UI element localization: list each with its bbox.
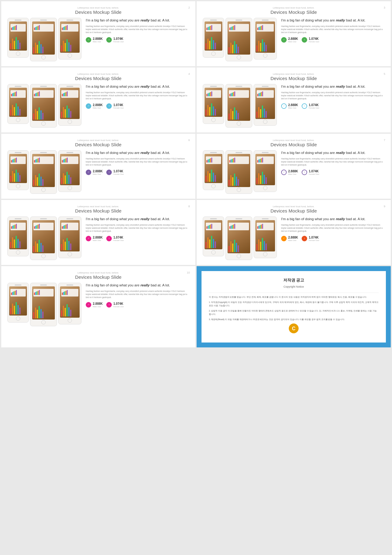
stat-female-info: 1.074K Female User bbox=[113, 302, 124, 308]
text-area: I'm a big fan of doing what you are real… bbox=[83, 84, 189, 109]
stats: ♂ 2.888K Male User ♀ 1.074K Female User bbox=[281, 236, 385, 241]
stat-male: ♂ 2.888K Male User bbox=[86, 37, 103, 43]
stat-male-info: 2.888K Male User bbox=[288, 236, 298, 241]
male-icon: ♂ bbox=[86, 302, 91, 308]
stat-male-value: 2.888K bbox=[93, 170, 103, 173]
stat-female-label: Female User bbox=[113, 173, 124, 175]
text-area: I'm a big fan of doing what you are real… bbox=[279, 84, 385, 109]
slide-content: I'm a big fan of doing what you are real… bbox=[203, 216, 385, 260]
copyright-para-2: 2. 상업적 이용 금지 이 파일을 통해 만들어진 어떠한 형태의 콘텐츠도 … bbox=[209, 309, 379, 316]
stat-male-value: 2.888K bbox=[93, 37, 103, 41]
male-icon: ♂ bbox=[281, 37, 287, 43]
stats: ♂ 2.888K Male User ♀ 1.074K Female User bbox=[281, 170, 385, 175]
text-area: I'm a big fan of doing what you are real… bbox=[83, 18, 189, 43]
stat-male: ♂ 2.888K Male User bbox=[86, 302, 103, 308]
slide-number: 8 bbox=[188, 205, 190, 208]
female-icon: ♀ bbox=[302, 103, 307, 109]
text-area: I'm a big fan of doing what you are real… bbox=[83, 283, 189, 308]
stat-female-value: 1.074K bbox=[113, 236, 124, 239]
female-icon: ♀ bbox=[106, 302, 112, 308]
male-icon: ♂ bbox=[86, 103, 91, 109]
stat-female-value: 1.074K bbox=[309, 103, 319, 107]
body-text: Hashtag fashion axe fingerstache, everyd… bbox=[86, 290, 189, 299]
body-text: Hashtag fashion axe fingerstache, everyd… bbox=[86, 224, 189, 232]
slide-meta: Letterpress next level trust fund, befor… bbox=[203, 7, 385, 9]
phone-group bbox=[7, 84, 81, 128]
stat-female-info: 1.074K Female User bbox=[113, 170, 124, 175]
female-icon: ♀ bbox=[106, 103, 112, 109]
body-text: Hashtag fashion axe fingerstache, everyd… bbox=[86, 25, 189, 34]
stat-male-info: 2.888K Male User bbox=[93, 302, 103, 308]
stat-male-label: Male User bbox=[93, 239, 103, 241]
slide-title: Devices Mockup Slide bbox=[7, 208, 189, 213]
stat-female: ♀ 1.074K Female User bbox=[106, 236, 124, 241]
slide-title: Devices Mockup Slide bbox=[203, 142, 385, 147]
slide-title: Devices Mockup Slide bbox=[203, 76, 385, 81]
stat-male-label: Male User bbox=[288, 173, 298, 175]
slide-4: 5 Letterpress next level trust fund, bef… bbox=[197, 67, 391, 132]
male-icon: ♂ bbox=[281, 236, 287, 241]
stat-female-value: 1.074K bbox=[309, 37, 319, 41]
body-text: Hashtag fashion axe fingerstache, everyd… bbox=[281, 157, 385, 166]
slide-number: 6 bbox=[188, 139, 190, 142]
stat-male-info: 2.888K Male User bbox=[93, 103, 103, 109]
slide-meta: Letterpress next level trust fund, befor… bbox=[7, 205, 189, 208]
slide-meta: Letterpress next level trust fund, befor… bbox=[203, 73, 385, 75]
text-area: I'm a big fan of doing what you are real… bbox=[83, 150, 189, 175]
copyright-para-0: 이 문서는 저작권법의 보호를 받습니다. 무단 전재, 복제, 배포를 금합니… bbox=[209, 295, 379, 299]
male-icon: ♂ bbox=[281, 103, 287, 109]
slide-number: 4 bbox=[188, 72, 190, 75]
stats: ♂ 2.888K Male User ♀ 1.074K Female User bbox=[86, 103, 189, 109]
phone-group bbox=[7, 216, 81, 260]
stat-male-value: 2.888K bbox=[93, 236, 103, 239]
stat-male-info: 2.888K Male User bbox=[288, 103, 298, 109]
stat-female-info: 1.074K Female User bbox=[113, 37, 124, 43]
slide-content: I'm a big fan of doing what you are real… bbox=[7, 150, 189, 194]
slide-number: 10 bbox=[187, 271, 190, 274]
headline: I'm a big fan of doing what you are real… bbox=[86, 216, 189, 222]
headline: I'm a big fan of doing what you are real… bbox=[86, 283, 189, 288]
slide-title: Devices Mockup Slide bbox=[7, 10, 189, 15]
stat-male: ♂ 2.888K Male User bbox=[281, 103, 298, 109]
body-text: Hashtag fashion axe fingerstache, everyd… bbox=[86, 91, 189, 100]
phone-group bbox=[7, 150, 81, 194]
stat-female-info: 1.074K Female User bbox=[309, 37, 319, 43]
body-text: Hashtag fashion axe fingerstache, everyd… bbox=[281, 25, 385, 34]
stat-female-label: Female User bbox=[309, 239, 319, 241]
slide-9: 10 Letterpress next level trust fund, be… bbox=[1, 266, 195, 347]
slide-3: 4 Letterpress next level trust fund, bef… bbox=[1, 67, 195, 132]
stat-male-label: Male User bbox=[288, 41, 298, 43]
stat-female-label: Female User bbox=[309, 41, 319, 43]
stat-female-value: 1.074K bbox=[113, 103, 124, 107]
copyright-slide: 저작권 공고 Copyright Notice 이 문서는 저작권법의 보호를 … bbox=[197, 266, 391, 347]
stat-male-label: Male User bbox=[93, 107, 103, 109]
stat-female: ♀ 1.074K Female User bbox=[302, 170, 319, 175]
female-icon: ♀ bbox=[106, 236, 112, 241]
slide-content: I'm a big fan of doing what you are real… bbox=[7, 18, 189, 61]
stat-female-info: 1.074K Female User bbox=[113, 103, 124, 109]
slide-content: I'm a big fan of doing what you are real… bbox=[203, 18, 385, 61]
stat-female-label: Female User bbox=[309, 173, 319, 175]
stat-female-info: 1.074K Female User bbox=[309, 103, 319, 109]
stats: ♂ 2.888K Male User ♀ 1.074K Female User bbox=[281, 103, 385, 109]
slide-content: I'm a big fan of doing what you are real… bbox=[7, 84, 189, 128]
stat-male: ♂ 2.888K Male User bbox=[86, 236, 103, 241]
stat-male: ♂ 2.888K Male User bbox=[281, 170, 298, 175]
stat-female-label: Female User bbox=[113, 41, 124, 43]
slide-number: 3 bbox=[384, 6, 385, 9]
slide-content: I'm a big fan of doing what you are real… bbox=[203, 84, 385, 128]
stat-male-value: 2.888K bbox=[93, 302, 103, 306]
stat-female: ♀ 1.074K Female User bbox=[302, 103, 319, 109]
female-icon: ♀ bbox=[302, 37, 307, 43]
stats: ♂ 2.888K Male User ♀ 1.074K Female User bbox=[281, 37, 385, 43]
stat-female-label: Female User bbox=[113, 239, 124, 241]
stat-female-label: Female User bbox=[113, 107, 124, 109]
stat-male: ♂ 2.888K Male User bbox=[86, 170, 103, 175]
stats: ♂ 2.888K Male User ♀ 1.074K Female User bbox=[86, 37, 189, 43]
slide-meta: Letterpress next level trust fund, befor… bbox=[7, 139, 189, 141]
copyright-inner: 저작권 공고 Copyright Notice 이 문서는 저작권법의 보호를 … bbox=[202, 271, 386, 343]
stat-male-value: 2.888K bbox=[288, 103, 298, 107]
headline: I'm a big fan of doing what you are real… bbox=[281, 84, 385, 89]
male-icon: ♂ bbox=[86, 170, 91, 175]
phone-group bbox=[7, 18, 81, 61]
